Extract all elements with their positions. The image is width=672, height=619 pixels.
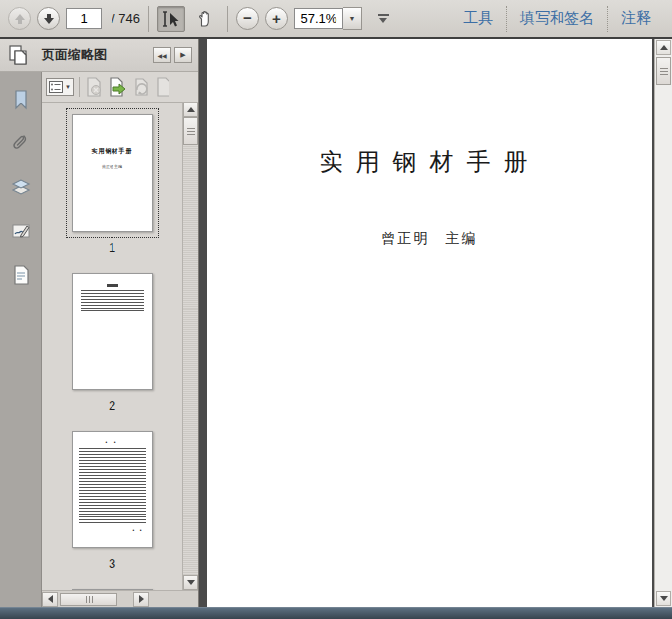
bookmarks-panel-button[interactable] [8, 88, 34, 111]
window-bottom-edge [0, 607, 672, 619]
panel-menu-button[interactable]: ▶ [174, 47, 192, 63]
next-page-button[interactable] [37, 7, 60, 30]
double-chevron-left-icon: ◀◀ [157, 52, 166, 59]
pdf-page[interactable]: 实用钢材手册 曾正明 主编 [207, 39, 652, 607]
down-arrow-icon [44, 18, 54, 24]
page-count-label: / 746 [112, 11, 140, 26]
options-list-icon [49, 81, 63, 93]
thumbnail-label-2: 2 [109, 398, 115, 413]
triangle-left-icon [48, 595, 53, 603]
triangle-down-icon [187, 580, 195, 585]
thumbnails-vertical-scrollbar[interactable] [182, 103, 198, 590]
document-author: 曾正明 主编 [207, 230, 652, 248]
bookmark-icon [12, 89, 30, 110]
rotate-page-icon[interactable] [132, 77, 150, 97]
thumbnail-page-4[interactable]: • • [66, 583, 159, 590]
delete-page-icon[interactable] [85, 77, 103, 97]
panel-title: 页面缩略图 [42, 46, 150, 64]
scrollbar-thumb[interactable] [656, 57, 671, 85]
task-panes: 工具 填写和签名 注释 [450, 0, 664, 37]
thumbnails-panel: ▼ [42, 72, 198, 607]
thumb1-title-text: 实用钢材手册 [73, 147, 152, 156]
select-cursor-icon [161, 9, 181, 29]
chevron-right-icon: ▶ [180, 51, 185, 59]
scroll-up-button[interactable] [183, 103, 198, 117]
select-tool-button[interactable] [157, 6, 185, 32]
scroll-up-button[interactable] [656, 40, 671, 55]
zoom-dropdown-button[interactable]: ▼ [343, 7, 362, 30]
thumbnails-list: 实用钢材手册 曾正明 主编 1 [42, 103, 198, 590]
scroll-right-button[interactable] [133, 592, 149, 607]
previous-page-button[interactable] [8, 7, 31, 30]
thumbnails-toolbar: ▼ [42, 72, 198, 103]
document-vertical-scrollbar[interactable] [654, 39, 672, 607]
thumbnails-horizontal-scrollbar[interactable] [42, 590, 198, 607]
thumbnail-page-2[interactable] [66, 267, 159, 396]
comments-panel-button[interactable] [8, 263, 34, 287]
chevron-down-icon: ▼ [65, 84, 71, 90]
scrollbar-thumb[interactable] [183, 117, 198, 145]
comment-pane-button[interactable]: 注释 [608, 0, 664, 37]
layers-icon [10, 177, 32, 197]
scroll-down-button[interactable] [183, 575, 198, 590]
thumbnail-page-1[interactable]: 实用钢材手册 曾正明 主编 [66, 108, 159, 238]
toolbar-overflow-button[interactable] [378, 14, 389, 23]
scrollbar-thumb[interactable] [60, 593, 117, 606]
navigation-pane: 页面缩略图 ◀◀ ▶ [0, 39, 199, 607]
chevron-down-icon: ▼ [348, 15, 355, 22]
triangle-right-icon [139, 595, 144, 603]
scroll-down-button[interactable] [656, 591, 671, 606]
page-thumbnails-icon[interactable] [6, 43, 30, 67]
page-number-input[interactable] [66, 8, 102, 29]
triangle-up-icon [660, 45, 668, 50]
document-viewer[interactable]: 实用钢材手册 曾正明 主编 [199, 39, 654, 607]
collapse-panel-button[interactable]: ◀◀ [153, 47, 171, 63]
tools-pane-button[interactable]: 工具 [450, 0, 506, 37]
thumbnail-options-button[interactable]: ▼ [46, 78, 74, 96]
zoom-out-button[interactable]: − [236, 7, 259, 30]
thumbnail-label-1: 1 [109, 240, 115, 255]
thumb1-author-text: 曾正明 主编 [73, 164, 152, 169]
document-title: 实用钢材手册 [207, 146, 652, 178]
layers-panel-button[interactable] [8, 175, 34, 199]
thumbnails-panel-header: 页面缩略图 ◀◀ ▶ [0, 39, 198, 72]
clipped-toolbar-icon[interactable] [155, 77, 169, 97]
zoom-in-button[interactable]: + [265, 7, 288, 30]
top-toolbar: / 746 − + [0, 0, 672, 39]
hand-tool-button[interactable] [191, 6, 219, 32]
minus-icon: − [243, 10, 252, 25]
thumbnail-label-3: 3 [109, 556, 115, 571]
export-page-icon[interactable] [108, 77, 127, 97]
toolbar-separator [148, 6, 149, 32]
fill-sign-pane-button[interactable]: 填写和签名 [507, 0, 607, 37]
signatures-panel-button[interactable] [8, 219, 34, 243]
toolbar-separator [227, 6, 228, 32]
plus-icon: + [272, 11, 281, 26]
nav-icon-strip [0, 72, 42, 607]
triangle-down-icon [660, 596, 668, 601]
acrobat-window: / 746 − + [0, 0, 672, 619]
overflow-chevron-icon [379, 18, 387, 23]
attachments-panel-button[interactable] [8, 131, 34, 155]
thumbnail-page-3[interactable]: • • • • [66, 425, 159, 554]
document-view: 实用钢材手册 曾正明 主编 [199, 39, 672, 607]
zoom-level-input[interactable] [294, 8, 343, 29]
triangle-up-icon [187, 107, 195, 112]
signature-pen-icon [10, 221, 32, 241]
notes-page-icon [12, 264, 30, 286]
paperclip-icon [11, 132, 31, 154]
hand-icon [195, 9, 215, 29]
scroll-left-button[interactable] [42, 592, 58, 607]
